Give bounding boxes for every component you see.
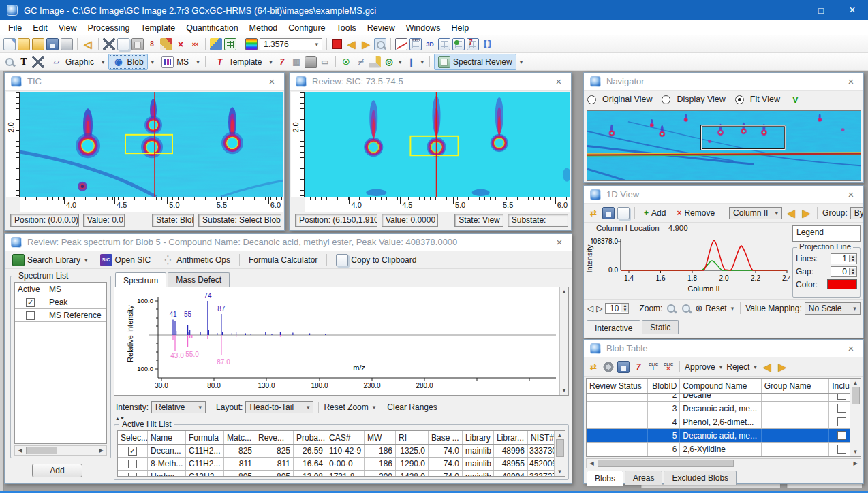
oned-panel-titlebar[interactable]: 1D View (584, 186, 863, 204)
template-gray-icon[interactable]: ▭ (319, 56, 331, 68)
save-icon[interactable] (602, 207, 615, 219)
crane-icon[interactable] (369, 56, 381, 68)
arithmetic-ops-button[interactable]: ⁛Arithmetic Ops (157, 252, 234, 268)
scroll-up-icon[interactable]: ▲ (557, 432, 563, 439)
menu-view[interactable]: View (53, 22, 82, 34)
menu-help[interactable]: Help (446, 22, 474, 34)
scroll-right-icon[interactable] (96, 447, 106, 454)
col-group-name[interactable]: Group Name (762, 379, 830, 393)
close-icon[interactable] (845, 76, 857, 87)
zoom-tool-icon[interactable] (3, 56, 16, 68)
col-probability[interactable]: Proba... (294, 431, 326, 444)
scroll-down-icon[interactable]: ▼ (561, 387, 567, 394)
active-checkbox[interactable]: ✓ (26, 298, 35, 307)
menu-review[interactable]: Review (362, 22, 401, 34)
tab-mass-defect[interactable]: Mass Defect (168, 272, 230, 287)
spectrum-list-hscrollbar[interactable] (14, 445, 107, 456)
step-spinner[interactable]: 10 (605, 303, 629, 314)
add-column-icon[interactable]: CLIC+ (647, 361, 660, 373)
menu-file[interactable]: File (3, 22, 27, 34)
col-library[interactable]: Library (463, 431, 494, 444)
radio-fit-view[interactable] (735, 95, 744, 104)
select-checkbox[interactable] (128, 473, 137, 477)
import-image-icon[interactable] (3, 38, 16, 50)
blob-row[interactable]: 3 Decanoic acid, me... (587, 402, 861, 415)
hit-list-row[interactable]: Undec... C12H2... 805 805 13.08 1731-8..… (118, 471, 565, 477)
remove-column-icon[interactable]: CLIC× (662, 361, 675, 373)
undo-icon[interactable] (82, 38, 94, 50)
template-icon[interactable]: 7 (632, 361, 645, 373)
scrollbar-thumb[interactable] (556, 439, 564, 457)
active-checkbox[interactable] (26, 311, 35, 320)
zoom-region-icon[interactable] (374, 38, 386, 50)
col-name[interactable]: Name (148, 431, 186, 444)
graphic-tool-button[interactable]: ▱Graphic (46, 54, 98, 70)
col-review-status[interactable]: Review Status (587, 379, 648, 393)
blob-table-icon[interactable] (438, 38, 450, 50)
menu-tools[interactable]: Tools (331, 22, 362, 34)
menu-windows[interactable]: Windows (401, 22, 446, 34)
inclusion-checkbox[interactable] (837, 394, 846, 400)
tab-areas[interactable]: Areas (625, 471, 662, 485)
graphic-dropdown-caret[interactable] (100, 59, 106, 65)
blob-table-hscrollbar[interactable] (586, 458, 861, 468)
template-table-gray-icon[interactable]: ▦ (290, 56, 303, 68)
dual-view-icon[interactable]: ⟦⟧ (481, 38, 493, 50)
search-library-button[interactable]: Search Library (8, 252, 93, 268)
scrollbar-thumb[interactable] (598, 460, 734, 467)
column-select[interactable]: Column II (729, 207, 782, 219)
oned-chart[interactable]: 408378.0 0.0 1.4 1.6 1.8 2.0 2.2 2.4 Col… (591, 234, 790, 295)
approve-button[interactable]: Approve (685, 362, 715, 372)
spectrum-list-row[interactable]: ✓ Peak (15, 296, 106, 309)
template-edit-icon[interactable]: 7 (276, 56, 288, 68)
pin-icon[interactable]: ❙ (405, 56, 417, 68)
navigator-overview[interactable] (587, 111, 861, 180)
paste-icon[interactable] (131, 38, 144, 50)
annotate-icon[interactable] (160, 38, 172, 50)
hit-list-row[interactable]: 8-Meth... C11H2... 811 811 16.64 0-00-0 … (118, 458, 565, 471)
reset-zoom-button[interactable]: Reset Zoom (324, 402, 368, 412)
target-dropdown-caret[interactable] (397, 59, 403, 65)
approve-caret[interactable] (718, 364, 724, 370)
blob-row[interactable]: 6 2,6-Xylidine (587, 443, 861, 456)
open-sic-button[interactable]: SICOpen SIC (96, 252, 155, 268)
feather-icon[interactable]: ⌿ (354, 56, 367, 68)
blob-table-titlebar[interactable]: Blob Table (584, 340, 863, 357)
close-icon[interactable] (845, 343, 857, 354)
copy-to-clipboard-button[interactable]: Copy to Clipboard (332, 252, 420, 268)
ms-tool-button[interactable]: MS (157, 54, 193, 70)
copy-icon[interactable] (117, 38, 129, 50)
stamp-icon[interactable] (305, 56, 317, 68)
inclusion-checkbox[interactable] (837, 431, 846, 440)
blob-row-selected[interactable]: 5 Decanoic acid, me... (587, 429, 861, 443)
scrollbar-thumb[interactable] (852, 387, 860, 404)
next-blob-icon[interactable] (776, 361, 788, 373)
next-icon[interactable] (800, 207, 812, 219)
spinner-buttons[interactable] (849, 268, 856, 276)
spinner-buttons[interactable] (621, 304, 628, 312)
radio-display-view[interactable] (662, 95, 670, 104)
blob-dropdown-caret[interactable] (150, 59, 156, 65)
col-mw[interactable]: MW (365, 431, 396, 444)
menu-quantification[interactable]: Quantification (181, 22, 243, 34)
blob-row[interactable]: 4 Phenol, 2,6-dimet... (587, 415, 861, 429)
select-checkbox[interactable] (128, 460, 137, 468)
select-checkbox[interactable]: ✓ (128, 447, 137, 456)
spinner-buttons[interactable] (849, 255, 856, 263)
text-tool-icon[interactable] (18, 56, 30, 68)
close-icon[interactable] (553, 76, 565, 87)
sic-panel-titlebar[interactable]: Review: SIC: 73.5-74.5 (290, 73, 571, 91)
blob-row[interactable]: 2 Decane (587, 394, 861, 402)
reset-button[interactable]: Reset (705, 304, 726, 313)
erase-tool-icon[interactable] (32, 56, 44, 68)
clear-ranges-button[interactable]: Clear Ranges (387, 402, 437, 412)
close-icon[interactable] (553, 236, 565, 248)
target-icon[interactable]: ◎ (383, 56, 395, 68)
col-ri[interactable]: RI (396, 431, 429, 444)
spectral-review-button[interactable]: Spectral Review (434, 54, 516, 70)
ms-dropdown-caret[interactable] (195, 59, 201, 65)
col-compound-name[interactable]: Compound Name (680, 379, 761, 393)
group-select[interactable]: By Location (850, 207, 863, 219)
data-table-icon[interactable] (409, 38, 422, 50)
scrollbar-thumb[interactable] (26, 447, 57, 454)
